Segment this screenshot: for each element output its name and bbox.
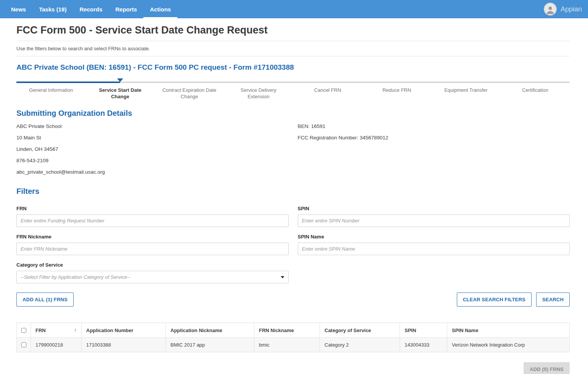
column-header-application-nickname[interactable]: Application Nickname (166, 323, 254, 338)
page-subtitle: Use the filters below to search and sele… (16, 41, 570, 56)
user-avatar[interactable] (544, 3, 557, 16)
org-fcc-registration-number: FCC Registration Number: 3456789012 (298, 132, 570, 144)
cell-application-number: 171003388 (82, 338, 166, 352)
top-navigation-bar: News Tasks (19) Records Reports Actions … (0, 0, 588, 18)
sort-ascending-icon[interactable]: ↑ (74, 327, 77, 333)
nav-item-tasks[interactable]: Tasks (19) (32, 0, 73, 18)
category-of-service-label: Category of Service (16, 262, 289, 268)
stepper-track (16, 82, 570, 83)
clear-search-filters-button[interactable]: CLEAR SEARCH FILTERS (457, 292, 532, 307)
stepper-labels: General Information Service Start Date C… (16, 83, 570, 100)
org-ben: BEN: 16591 (298, 121, 570, 132)
category-of-service-selected-value: --Select Filter by Application Category … (21, 274, 130, 280)
add-selected-row: ADD (0) FRNS (16, 362, 570, 374)
add-all-frns-button[interactable]: ADD ALL (1) FRNS (16, 292, 74, 307)
spin-input[interactable] (298, 214, 570, 227)
frn-results-table: FRN ↑ Application Number Application Nic… (16, 323, 570, 352)
category-of-service-select[interactable]: --Select Filter by Application Category … (16, 271, 289, 283)
nav-item-records[interactable]: Records (73, 0, 109, 18)
filters-right-column: SPIN SPIN Name (298, 199, 570, 283)
cell-frn: 1799000218 (31, 338, 82, 352)
step-service-start-date-change[interactable]: Service Start Date Change (85, 83, 154, 100)
org-address-city: Linden, OH 34567 (16, 144, 289, 155)
stepper-progress-bar (16, 82, 120, 83)
org-details: ABC Private School 10 Main St Linden, OH… (16, 121, 570, 178)
stepper-current-step-arrow-icon (117, 78, 123, 82)
row-select-checkbox[interactable] (21, 342, 26, 347)
spin-label: SPIN (298, 206, 570, 211)
table-header-row: FRN ↑ Application Number Application Nic… (17, 323, 570, 338)
spin-name-input[interactable] (298, 243, 570, 255)
column-header-frn[interactable]: FRN (35, 328, 46, 333)
page-title: FCC Form 500 - Service Start Date Change… (16, 24, 570, 36)
org-address-street: 10 Main St (16, 132, 289, 144)
cell-category-of-service: Category 2 (320, 338, 400, 352)
nav-item-news[interactable]: News (5, 0, 32, 18)
form-heading: ABC Private School (BEN: 16591) - FCC Fo… (16, 63, 570, 72)
nav-item-actions[interactable]: Actions (143, 0, 177, 18)
nav-item-reports[interactable]: Reports (109, 0, 143, 18)
frn-nickname-label: FRN Nickname (16, 234, 289, 240)
org-phone: 876-543-2109 (16, 155, 289, 166)
cell-spin-name: Verizon Network Integration Corp (447, 338, 570, 352)
step-contract-expiration-date-change[interactable]: Contract Expiration Date Change (155, 83, 224, 100)
org-details-heading: Submitting Organization Details (16, 109, 570, 118)
cell-frn-nickname: bmic (254, 338, 320, 352)
add-selected-frns-button[interactable]: ADD (0) FRNS (524, 362, 570, 374)
column-header-category-of-service[interactable]: Category of Service (320, 323, 400, 338)
frn-label: FRN (16, 206, 289, 211)
chevron-down-icon (281, 276, 284, 278)
wizard-stepper: General Information Service Start Date C… (16, 82, 570, 100)
search-button[interactable]: SEARCH (536, 292, 570, 307)
org-name: ABC Private School (16, 121, 289, 132)
topbar-right-group: Appian (544, 0, 582, 18)
org-email: abc_private_school@testmail.usac.org (16, 166, 289, 178)
column-header-spin[interactable]: SPIN (400, 323, 447, 338)
column-header-frn-nickname[interactable]: FRN Nickname (254, 323, 320, 338)
brand-logo-text: Appian (561, 5, 582, 13)
page-content: FCC Form 500 - Service Start Date Change… (0, 24, 588, 374)
frn-nickname-input[interactable] (16, 243, 289, 255)
org-details-left: ABC Private School 10 Main St Linden, OH… (16, 121, 289, 178)
column-header-spin-name[interactable]: SPIN Name (447, 323, 570, 338)
frn-input[interactable] (16, 214, 289, 227)
column-header-application-number[interactable]: Application Number (82, 323, 166, 338)
person-icon (545, 5, 555, 15)
table-row: 1799000218 171003388 BMIC 2017 app bmic … (17, 338, 570, 352)
filters-grid: FRN FRN Nickname Category of Service --S… (16, 199, 570, 283)
step-reduce-frn[interactable]: Reduce FRN (362, 83, 431, 100)
step-service-delivery-extension[interactable]: Service Delivery Extension (224, 83, 293, 100)
step-equipment-transfer[interactable]: Equipment Transfer (431, 83, 500, 100)
step-cancel-frn[interactable]: Cancel FRN (293, 83, 362, 100)
select-all-checkbox[interactable] (21, 328, 26, 333)
cell-spin: 143004333 (400, 338, 447, 352)
step-certification[interactable]: Certification (501, 83, 570, 100)
step-general-information[interactable]: General Information (16, 83, 85, 100)
org-details-right: BEN: 16591 FCC Registration Number: 3456… (298, 121, 570, 178)
cell-application-nickname: BMIC 2017 app (166, 338, 254, 352)
filter-actions-row: ADD ALL (1) FRNS CLEAR SEARCH FILTERS SE… (16, 292, 570, 307)
filters-heading: Filters (16, 187, 570, 196)
filters-left-column: FRN FRN Nickname Category of Service --S… (16, 199, 289, 283)
spin-name-label: SPIN Name (298, 234, 570, 240)
filter-actions-right: CLEAR SEARCH FILTERS SEARCH (457, 292, 570, 307)
